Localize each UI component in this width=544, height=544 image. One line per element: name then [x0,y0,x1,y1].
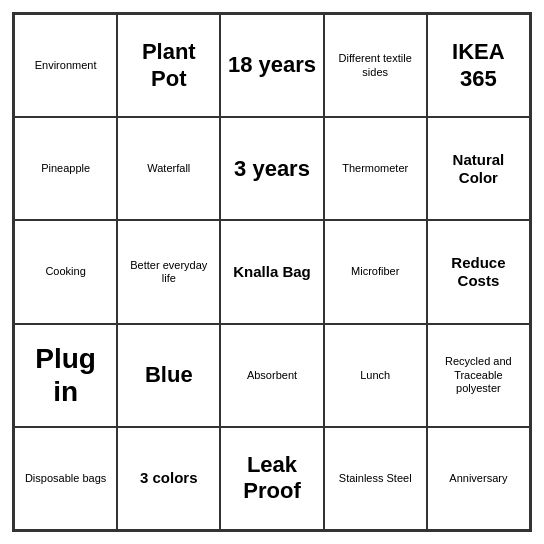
cell-label-r1c4: Natural Color [432,151,525,187]
cell-r0c2: 18 years [220,14,323,117]
cell-label-r4c1: 3 colors [140,469,198,487]
cell-label-r4c3: Stainless Steel [339,472,412,485]
cell-label-r0c1: Plant Pot [122,39,215,92]
cell-r4c3: Stainless Steel [324,427,427,530]
cell-label-r0c3: Different textile sides [329,52,422,78]
cell-r0c4: IKEA 365 [427,14,530,117]
cell-r1c0: Pineapple [14,117,117,220]
cell-r2c4: Reduce Costs [427,220,530,323]
cell-r3c0: Plug in [14,324,117,427]
cell-label-r2c3: Microfiber [351,265,399,278]
cell-r4c1: 3 colors [117,427,220,530]
cell-r0c1: Plant Pot [117,14,220,117]
cell-label-r0c0: Environment [35,59,97,72]
cell-r1c2: 3 years [220,117,323,220]
cell-label-r3c2: Absorbent [247,369,297,382]
cell-r2c2: Knalla Bag [220,220,323,323]
cell-r1c3: Thermometer [324,117,427,220]
cell-r3c3: Lunch [324,324,427,427]
cell-label-r1c3: Thermometer [342,162,408,175]
cell-r3c2: Absorbent [220,324,323,427]
cell-label-r4c0: Disposable bags [25,472,106,485]
cell-r4c2: Leak Proof [220,427,323,530]
cell-r2c1: Better everyday life [117,220,220,323]
cell-label-r1c1: Waterfall [147,162,190,175]
cell-r0c0: Environment [14,14,117,117]
cell-label-r2c1: Better everyday life [122,259,215,285]
cell-r2c3: Microfiber [324,220,427,323]
cell-r1c4: Natural Color [427,117,530,220]
cell-label-r3c1: Blue [145,362,193,388]
cell-label-r1c0: Pineapple [41,162,90,175]
cell-r1c1: Waterfall [117,117,220,220]
cell-label-r2c2: Knalla Bag [233,263,311,281]
cell-label-r3c0: Plug in [19,342,112,409]
cell-r3c1: Blue [117,324,220,427]
cell-label-r2c4: Reduce Costs [432,254,525,290]
cell-label-r0c2: 18 years [228,52,316,78]
cell-label-r0c4: IKEA 365 [432,39,525,92]
cell-label-r3c4: Recycled and Traceable polyester [432,355,525,395]
cell-label-r4c4: Anniversary [449,472,507,485]
cell-r0c3: Different textile sides [324,14,427,117]
cell-r2c0: Cooking [14,220,117,323]
cell-r3c4: Recycled and Traceable polyester [427,324,530,427]
bingo-board: EnvironmentPlant Pot18 yearsDifferent te… [12,12,532,532]
cell-label-r1c2: 3 years [234,156,310,182]
cell-label-r2c0: Cooking [45,265,85,278]
cell-label-r3c3: Lunch [360,369,390,382]
cell-r4c4: Anniversary [427,427,530,530]
cell-r4c0: Disposable bags [14,427,117,530]
cell-label-r4c2: Leak Proof [225,452,318,505]
